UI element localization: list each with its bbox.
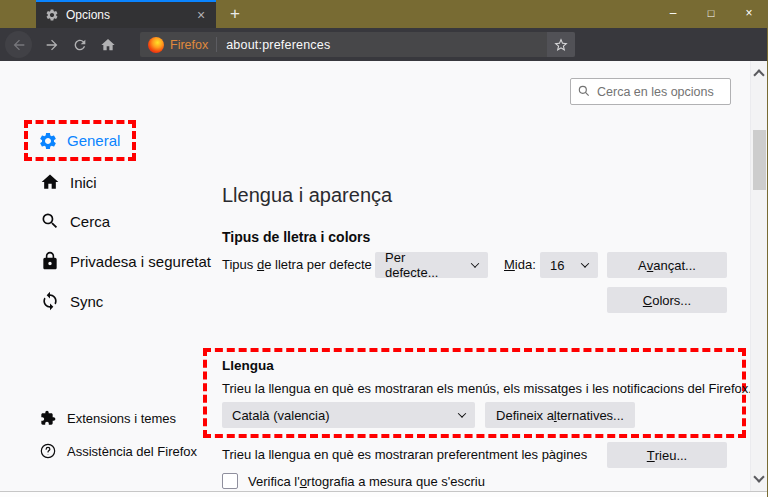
sidebar-item-label: Cerca bbox=[70, 213, 110, 230]
close-button[interactable]: × bbox=[730, 0, 768, 28]
preferences-page: General Inici Cerca Privadesa i segureta… bbox=[0, 61, 767, 497]
sidebar-item-label: Privadesa i seguretat bbox=[70, 253, 211, 270]
language-section-title: Llengua bbox=[222, 358, 274, 373]
font-size-select[interactable]: 16 bbox=[540, 252, 598, 278]
sidebar-item-cerca[interactable]: Cerca bbox=[40, 211, 110, 231]
sidebar-item-inici[interactable]: Inici bbox=[40, 172, 97, 192]
home-button[interactable] bbox=[94, 31, 122, 58]
lock-icon bbox=[40, 251, 60, 271]
default-font-value: Per defecte... bbox=[385, 250, 462, 280]
spellcheck-checkbox[interactable] bbox=[222, 473, 238, 489]
sidebar-item-extensions[interactable]: Extensions i temes bbox=[38, 410, 176, 426]
search-input[interactable] bbox=[570, 78, 731, 105]
home-icon bbox=[100, 37, 116, 53]
page-title: Llengua i aparença bbox=[222, 184, 392, 207]
vertical-scrollbar[interactable] bbox=[750, 61, 767, 491]
fonts-section-title: Tipus de lletra i colors bbox=[222, 229, 370, 245]
sidebar-item-label: Sync bbox=[70, 293, 103, 310]
help-icon bbox=[40, 443, 56, 459]
forward-button[interactable] bbox=[38, 31, 66, 58]
bookmark-star-button[interactable] bbox=[547, 32, 575, 57]
minimize-button[interactable]: – bbox=[654, 0, 692, 28]
gear-icon bbox=[45, 8, 59, 22]
sync-icon bbox=[40, 291, 60, 311]
url-bar[interactable]: Firefox about:preferences bbox=[140, 32, 575, 57]
nav-toolbar: Firefox about:preferences bbox=[0, 28, 768, 61]
preferences-search bbox=[570, 78, 731, 105]
reload-button[interactable] bbox=[66, 31, 94, 58]
puzzle-icon bbox=[40, 410, 56, 426]
tab-close-icon[interactable]: × bbox=[192, 7, 210, 23]
firefox-logo-icon bbox=[148, 37, 164, 53]
back-icon bbox=[11, 37, 27, 53]
window-bottom-edge bbox=[0, 491, 767, 497]
colors-button[interactable]: Colors... bbox=[607, 287, 727, 313]
set-alternatives-button[interactable]: Defineix alternatives... bbox=[485, 402, 635, 428]
sidebar-item-general[interactable]: General bbox=[38, 131, 120, 151]
annotation-box-general: General bbox=[24, 120, 136, 161]
back-button[interactable] bbox=[5, 31, 32, 58]
chevron-down-icon bbox=[458, 409, 466, 417]
tab-title: Opcions bbox=[66, 8, 192, 22]
sidebar-item-label: Extensions i temes bbox=[67, 411, 176, 426]
pages-language-label: Trieu la llengua en què es mostraran pre… bbox=[222, 442, 587, 468]
font-size-value: 16 bbox=[550, 258, 564, 273]
tab-opcions[interactable]: Opcions × bbox=[36, 0, 216, 28]
maximize-button[interactable]: □ bbox=[692, 0, 730, 28]
scroll-down-icon[interactable] bbox=[753, 471, 764, 482]
language-description: Trieu la llengua en què es mostraran els… bbox=[222, 381, 752, 396]
sidebar-item-label: Inici bbox=[70, 174, 97, 191]
url-brand: Firefox bbox=[170, 38, 208, 52]
scroll-up-icon[interactable] bbox=[753, 69, 764, 80]
sidebar-item-assistencia[interactable]: Assistència del Firefox bbox=[38, 443, 197, 459]
size-label: Mida: bbox=[504, 252, 536, 278]
language-select-value: Català (valencia) bbox=[232, 408, 330, 423]
sidebar-item-privadesa[interactable]: Privadesa i seguretat bbox=[40, 251, 211, 271]
reload-icon bbox=[72, 37, 88, 53]
spellcheck-label: Verifica l'ortografia a mesura que s'esc… bbox=[248, 474, 485, 489]
chevron-down-icon bbox=[581, 259, 589, 267]
url-text[interactable]: about:preferences bbox=[226, 38, 547, 52]
star-icon bbox=[553, 37, 569, 53]
home-icon bbox=[40, 172, 60, 192]
default-font-label: Tipus de lletra per defecte bbox=[222, 252, 372, 278]
sidebar-item-sync[interactable]: Sync bbox=[40, 291, 103, 311]
titlebar: Opcions × + – □ × bbox=[0, 0, 768, 28]
sidebar-item-label: Assistència del Firefox bbox=[67, 444, 197, 459]
annotation-box-language: Llengua Trieu la llengua en què es mostr… bbox=[203, 348, 746, 438]
language-select[interactable]: Català (valencia) bbox=[222, 402, 475, 428]
gear-icon bbox=[38, 131, 58, 151]
new-tab-button[interactable]: + bbox=[220, 0, 250, 28]
search-icon bbox=[40, 211, 60, 231]
url-separator bbox=[216, 37, 217, 52]
window-controls: – □ × bbox=[654, 0, 768, 28]
scrollbar-thumb[interactable] bbox=[753, 130, 766, 190]
forward-icon bbox=[44, 37, 60, 53]
advanced-button[interactable]: Avançat... bbox=[607, 252, 727, 278]
chevron-down-icon bbox=[471, 259, 479, 267]
spellcheck-row: Verifica l'ortografia a mesura que s'esc… bbox=[222, 473, 485, 489]
default-font-select[interactable]: Per defecte... bbox=[375, 252, 488, 278]
choose-button[interactable]: Trieu... bbox=[607, 442, 727, 468]
sidebar-item-label: General bbox=[67, 132, 120, 149]
